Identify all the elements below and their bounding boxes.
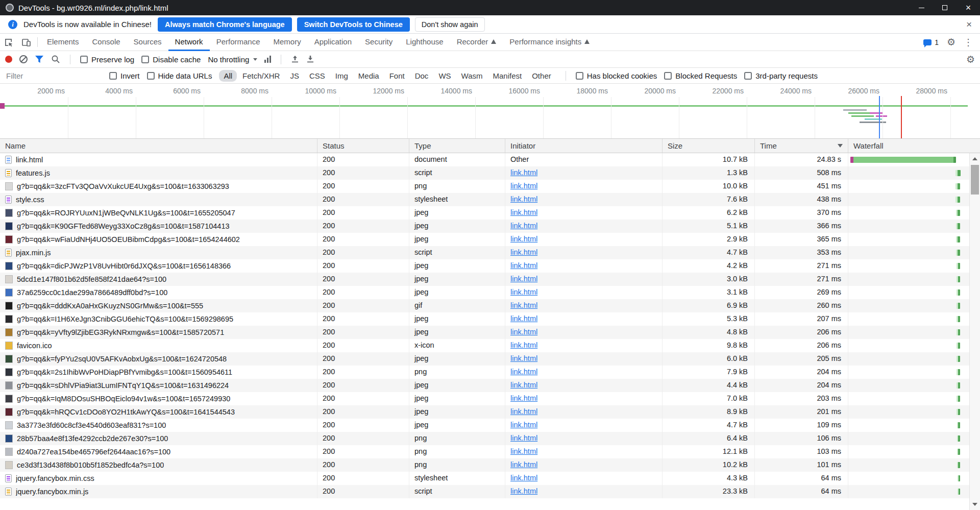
tab-security[interactable]: Security [358, 34, 399, 51]
table-row[interactable]: g?b=qq&k=IqM8DOsuSHBOqEiclo94v1w&s=100&t… [0, 392, 969, 405]
network-settings-gear-icon[interactable]: ⚙ [966, 55, 975, 64]
tab-elements[interactable]: Elements [40, 34, 86, 51]
third-party-requests-checkbox[interactable]: 3rd-party requests [744, 71, 818, 80]
table-row[interactable]: g?b=qq&k=dicPJWzP1V8UvHibt0r6dJXQ&s=100&… [0, 259, 969, 273]
column-header-initiator[interactable]: Initiator [505, 139, 663, 153]
inspect-element-icon[interactable] [4, 37, 14, 47]
initiator-link[interactable]: link.html [510, 474, 537, 482]
initiator-link[interactable]: link.html [510, 235, 537, 243]
table-row[interactable]: g?b=qq&k=dddKxA0aHxGKuyzNS0GrMw&s=100&t=… [0, 299, 969, 312]
column-header-time[interactable]: Time [755, 139, 848, 153]
preserve-log-checkbox[interactable]: Preserve log [80, 55, 134, 64]
clear-network-log-icon[interactable] [19, 55, 28, 63]
column-header-status[interactable]: Status [317, 139, 409, 153]
column-header-waterfall[interactable]: Waterfall [848, 139, 969, 153]
initiator-link[interactable]: link.html [510, 381, 537, 389]
filter-chip-js[interactable]: JS [285, 70, 304, 82]
initiator-link[interactable]: link.html [510, 394, 537, 402]
infobar-button-switch-devtools-to-chinese[interactable]: Switch DevTools to Chinese [297, 17, 410, 32]
filter-chip-doc[interactable]: Doc [410, 70, 433, 82]
table-row[interactable]: g?b=qq&k=2s1IhibWvPoHDiapPBfYvmibg&s=100… [0, 366, 969, 379]
table-row[interactable]: g?b=qq&k=I1H6XeJgn3CnibGGU6ehicTQ&s=100&… [0, 312, 969, 326]
filter-chip-all[interactable]: All [219, 70, 237, 82]
table-row[interactable]: 37a6259cc0c1dae299a7866489dff0bd?s=100 2… [0, 286, 969, 299]
table-row[interactable]: link.html 200 document Other 10.7 kB 24.… [0, 153, 969, 166]
initiator-link[interactable]: link.html [510, 288, 537, 296]
infobar-button-always-match-chrome-s-language[interactable]: Always match Chrome's language [158, 17, 292, 32]
initiator-link[interactable]: link.html [510, 341, 537, 349]
scroll-up-button[interactable] [970, 154, 980, 164]
network-conditions-icon[interactable] [264, 56, 271, 63]
filter-chip-img[interactable]: Img [331, 70, 353, 82]
initiator-link[interactable]: link.html [510, 301, 537, 309]
export-har-icon[interactable] [306, 55, 314, 63]
table-row[interactable]: jquery.fancybox.min.js 200 script link.h… [0, 485, 969, 498]
tab-console[interactable]: Console [86, 34, 127, 51]
initiator-link[interactable]: link.html [510, 368, 537, 376]
filter-input[interactable] [5, 71, 102, 81]
table-row[interactable]: g?b=qq&k=ROJRYUuxN1jWBeQvNLK1Ug&s=100&t=… [0, 206, 969, 220]
table-row[interactable]: 5dcd1e147f801b62d5fe858f241dae64?s=100 2… [0, 273, 969, 286]
initiator-link[interactable]: link.html [510, 460, 537, 469]
initiator-link[interactable]: link.html [510, 407, 537, 416]
table-row[interactable]: g?b=qq&k=hRQCv1cDOo8YO2H1tkAwYQ&s=100&t=… [0, 405, 969, 419]
record-network-log-icon[interactable] [5, 56, 12, 63]
table-row[interactable]: pjax.min.js 200 script link.html 4.7 kB … [0, 246, 969, 259]
table-row[interactable]: g?b=qq&k=K90GFTed68Weyg33XoCz8g&s=100&t=… [0, 220, 969, 233]
tab-lighthouse[interactable]: Lighthouse [399, 34, 450, 51]
initiator-link[interactable]: link.html [510, 222, 537, 230]
has-blocked-cookies-checkbox[interactable]: Has blocked cookies [576, 71, 657, 80]
initiator-link[interactable]: link.html [510, 168, 537, 177]
infobar-button-don-t-show-again[interactable]: Don't show again [415, 17, 485, 32]
more-options-icon[interactable]: ⋮ [964, 38, 973, 47]
table-row[interactable]: style.css 200 stylesheet link.html 7.6 k… [0, 193, 969, 206]
initiator-link[interactable]: link.html [510, 447, 537, 455]
initiator-link[interactable]: link.html [510, 354, 537, 362]
import-har-icon[interactable] [291, 55, 299, 63]
filter-funnel-icon[interactable] [35, 55, 44, 63]
table-row[interactable]: g?b=qq&k=fyPYu2sqU0V5AFKvAobxUg&s=100&t=… [0, 352, 969, 366]
issues-counter[interactable]: 1 [923, 38, 939, 46]
filter-chip-other[interactable]: Other [527, 70, 556, 82]
filter-chip-wasm[interactable]: Wasm [457, 70, 487, 82]
table-row[interactable]: d240a727ea154be465796ef2644aac16?s=100 2… [0, 445, 969, 458]
initiator-link[interactable]: link.html [510, 328, 537, 336]
tab-network[interactable]: Network [168, 34, 210, 51]
tab-application[interactable]: Application [308, 34, 358, 51]
timeline-overview[interactable]: 2000 ms4000 ms6000 ms8000 ms10000 ms1200… [0, 84, 980, 139]
infobar-close-icon[interactable]: × [966, 19, 972, 29]
column-header-size[interactable]: Size [663, 139, 755, 153]
hide-data-urls-checkbox[interactable]: Hide data URLs [147, 71, 212, 80]
invert-checkbox[interactable]: Invert [109, 71, 140, 80]
initiator-link[interactable]: link.html [510, 182, 537, 190]
filter-chip-css[interactable]: CSS [305, 70, 330, 82]
table-row[interactable]: 3a3773e3fd60c8cf3e4540d603eaf831?s=100 2… [0, 419, 969, 432]
table-row[interactable]: g?b=qq&k=sDhlVPia9iat3LumIFNTqY1Q&s=100&… [0, 379, 969, 392]
device-toolbar-icon[interactable] [21, 37, 31, 47]
disable-cache-checkbox[interactable]: Disable cache [141, 55, 201, 64]
tab-recorder[interactable]: Recorder [450, 34, 503, 51]
initiator-link[interactable]: link.html [510, 208, 537, 216]
filter-chip-fetch-xhr[interactable]: Fetch/XHR [238, 70, 284, 82]
table-row[interactable]: g?b=qq&k=wFiaUdNHj4UO5OEUBibmCdpg&s=100&… [0, 233, 969, 246]
filter-chip-manifest[interactable]: Manifest [488, 70, 527, 82]
throttling-select[interactable]: No throttling [208, 55, 257, 64]
minimize-button[interactable] [910, 0, 933, 15]
tab-sources[interactable]: Sources [127, 34, 168, 51]
initiator-link[interactable]: link.html [510, 314, 537, 323]
table-row[interactable]: g?b=qq&k=3zcFTv3QOaVvXukcUE4Uxg&s=100&t=… [0, 180, 969, 193]
initiator-link[interactable]: link.html [510, 487, 537, 495]
settings-gear-icon[interactable]: ⚙ [947, 37, 955, 47]
scroll-down-button[interactable] [970, 499, 980, 509]
close-button[interactable]: × [957, 0, 980, 15]
maximize-button[interactable] [933, 0, 957, 15]
table-row[interactable]: jquery.fancybox.min.css 200 stylesheet l… [0, 472, 969, 485]
tab-memory[interactable]: Memory [267, 34, 308, 51]
tab-performance[interactable]: Performance [210, 34, 267, 51]
initiator-link[interactable]: link.html [510, 421, 537, 429]
initiator-link[interactable]: link.html [510, 195, 537, 203]
initiator-link[interactable]: link.html [510, 248, 537, 256]
scrollbar-thumb[interactable] [971, 165, 979, 195]
blocked-requests-checkbox[interactable]: Blocked Requests [664, 71, 737, 80]
column-header-type[interactable]: Type [409, 139, 505, 153]
